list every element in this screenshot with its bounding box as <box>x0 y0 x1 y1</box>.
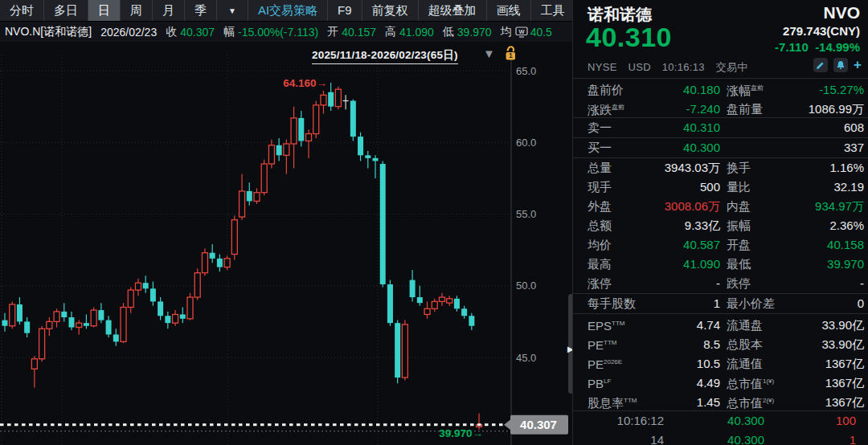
forward-adjust-button[interactable]: 前复权 <box>362 0 419 21</box>
avg-group: 均 W 40.5 <box>501 25 552 39</box>
currency-label: USD <box>628 61 651 73</box>
chart-toolbar: 分时 多日 日 周 月 季 ▼ AI交易策略 F9 前复权 超级叠加 画线 工具… <box>0 0 572 22</box>
svg-text:60.0: 60.0 <box>516 137 536 149</box>
tab-weekly[interactable]: 周 <box>121 0 153 21</box>
quote-row: 总量3943.03万换手1.16% <box>573 157 868 178</box>
quote-row: 股息率TTM1.45总市值2(¥)1367亿 <box>573 391 868 410</box>
price-change: -7.110 -14.99% <box>775 40 860 54</box>
exchange-label: NYSE <box>588 61 617 73</box>
draw-line-button[interactable]: 画线 <box>487 0 531 21</box>
amplitude-group: 幅-15.00%(-7.113) <box>223 25 318 39</box>
svg-text:55.0: 55.0 <box>516 208 536 220</box>
close-group: 收40.307 <box>166 25 215 39</box>
quote-row: 买一40.300337 <box>573 137 868 157</box>
quote-row: PE2026E10.5流通值1367亿 <box>573 353 868 372</box>
high-value: 41.090 <box>399 26 434 39</box>
quote-row: 外盘3008.06万内盘934.97万 <box>573 197 868 216</box>
svg-text:1: 1 <box>509 51 513 59</box>
ohlc-info-bar: NVO.N[诺和诺德] 2026/02/23 收40.307 幅-15.00%(… <box>0 22 572 42</box>
tools-button[interactable]: 工具 <box>531 0 575 21</box>
market-meta: NYSE USD 10:16:13 交易中 <box>588 60 756 75</box>
quote-row: 总额9.33亿振幅2.36% <box>573 216 868 235</box>
open-group: 开40.157 <box>327 25 376 39</box>
unlock-icon[interactable]: 1 <box>504 44 518 62</box>
open-value: 40.157 <box>342 26 376 39</box>
quote-rows: 盘前价40.180涨幅盘前-15.27%涨跌盘前-7.240盘前量1086.99… <box>573 79 868 410</box>
alert-bell-icon[interactable] <box>833 58 848 72</box>
close-value: 40.307 <box>180 26 215 39</box>
quote-row: PBLF4.49总市值1(¥)1367亿 <box>573 372 868 391</box>
symbol-label[interactable]: NVO.N[诺和诺德] <box>5 25 92 39</box>
cny-price: 279.743(CNY) <box>783 24 860 38</box>
tick-row: 1440.3001 <box>573 431 868 445</box>
kchart-svg: 65.060.055.050.045.064.160→39.970→40.307 <box>0 42 572 445</box>
quote-row: EPSTTM4.74流通盘33.90亿 <box>573 313 868 333</box>
trading-status: 交易中 <box>716 61 748 73</box>
super-overlay-button[interactable]: 超级叠加 <box>419 0 487 21</box>
tab-quarterly[interactable]: 季 <box>185 0 217 21</box>
low-group: 低39.970 <box>443 25 492 39</box>
amplitude-value: -15.00%(-7.113) <box>238 26 318 39</box>
svg-text:45.0: 45.0 <box>516 352 536 364</box>
quote-row: 均价40.587开盘40.158 <box>573 235 868 255</box>
candlestick-chart[interactable]: 65.060.055.050.045.064.160→39.970→40.307… <box>0 42 572 445</box>
svg-text:50.0: 50.0 <box>516 280 536 292</box>
tab-multiday[interactable]: 多日 <box>44 0 88 21</box>
quote-row: 涨跌盘前-7.240盘前量1086.99万 <box>573 98 868 117</box>
period-dropdown-icon[interactable]: ▼ <box>217 0 248 21</box>
tab-monthly[interactable]: 月 <box>153 0 185 21</box>
quote-row: PETTM8.5总股本33.90亿 <box>573 333 868 353</box>
tick-list[interactable]: 10:16:1240.3001001440.3001 <box>573 410 868 445</box>
high-group: 高41.090 <box>385 25 434 39</box>
date-range-dropdown-icon[interactable]: ▼ <box>483 47 495 60</box>
edit-pencil-icon[interactable] <box>813 58 828 72</box>
tab-minute[interactable]: 分时 <box>0 0 44 21</box>
quote-row: 卖一40.310608 <box>573 117 868 137</box>
date-label: 2026/02/23 <box>100 26 157 39</box>
svg-text:39.970→: 39.970→ <box>439 427 483 439</box>
quote-panel: 诺和诺德 NVO 40.310 279.743(CNY) -7.110 -14.… <box>572 0 868 445</box>
svg-text:64.160→: 64.160→ <box>283 77 327 89</box>
last-price: 40.310 <box>586 22 672 53</box>
svg-text:W: W <box>518 27 525 35</box>
avg-value-clipped: 40.5 <box>530 26 552 39</box>
stock-ticker: NVO <box>823 3 860 22</box>
add-to-watchlist-icon[interactable]: + <box>854 58 862 72</box>
quote-row: 最高41.090最低39.970 <box>573 255 868 274</box>
ai-strategy-button[interactable]: AI交易策略 <box>248 0 328 21</box>
quote-row: 现手500量比32.19 <box>573 178 868 197</box>
quote-time: 10:16:13 <box>662 61 705 73</box>
tab-daily[interactable]: 日 <box>88 0 121 21</box>
quote-row: 涨停-跌停- <box>573 274 868 293</box>
low-value: 39.970 <box>457 26 492 39</box>
quote-row: 盘前价40.180涨幅盘前-15.27% <box>573 79 868 98</box>
quote-header: 诺和诺德 NVO 40.310 279.743(CNY) -7.110 -14.… <box>573 0 868 79</box>
svg-text:65.0: 65.0 <box>516 65 536 77</box>
window-monitor-icon[interactable]: W <box>515 27 528 38</box>
tick-row: 10:16:1240.300100 <box>573 411 868 431</box>
date-range-label[interactable]: 2025/11/18-2026/02/23(65日) <box>312 48 458 64</box>
svg-text:40.307: 40.307 <box>520 418 557 431</box>
f9-button[interactable]: F9 <box>328 0 362 21</box>
quote-row: 每手股数1最小价差0 <box>573 293 868 313</box>
